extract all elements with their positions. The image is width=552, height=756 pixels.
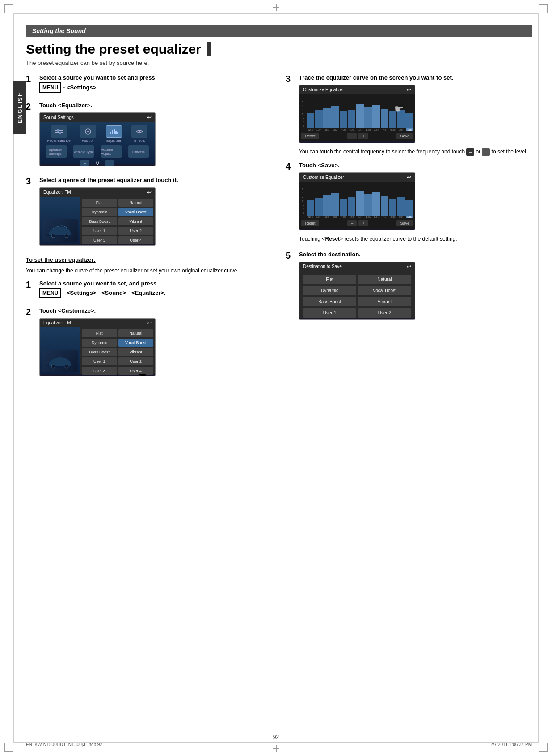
car-image-placeholder-1: [42, 219, 78, 242]
svg-rect-2: [57, 129, 59, 132]
step-5-content: Select the destination. Destination to S…: [299, 250, 532, 324]
step-3-left-content: Select a genre of the preset equalizer a…: [39, 176, 272, 250]
note-1-text: You can touch the central frequency to s…: [299, 149, 465, 155]
reset-btn-2[interactable]: Reset: [301, 220, 319, 226]
crosshair-top: [273, 4, 279, 11]
step-4-content: Touch <Save>. Customize Equalizer ↩ 6420…: [299, 161, 532, 243]
step-3-right: 3 Trace the equalizer curve on the scree…: [286, 73, 532, 156]
eq-right-panel-2: Flat Natural Dynamic Vocal Boost Bass Bo…: [80, 327, 155, 374]
screen-header-3: Equalizer: FM ↩: [40, 319, 155, 327]
eq-btn-user4-2[interactable]: User 4: [118, 367, 154, 375]
svg-rect-1: [55, 132, 63, 133]
eq-btn-natural[interactable]: Natural: [118, 199, 154, 207]
dest-btn-user3[interactable]: User 3: [303, 319, 356, 320]
reset-btn-1[interactable]: Reset: [301, 133, 319, 139]
eq-btn-user1-2[interactable]: User 1: [82, 357, 117, 365]
effects-label: Effects: [134, 139, 145, 143]
footer-file-right: 12/7/2011 1:06:34 PM: [488, 742, 532, 747]
two-column-layout: 1 Select a source you want to set and pr…: [26, 73, 532, 386]
minus-btn-2[interactable]: –: [347, 220, 357, 226]
screen-header-5: Customize Equalizer ↩: [299, 173, 415, 182]
eq-btn-user1[interactable]: User 1: [82, 227, 117, 235]
eq-btn-bass-boost[interactable]: Bass Boost: [82, 217, 117, 225]
speaker-text: SpeakerSettings>: [49, 148, 64, 156]
page-title: Setting the preset equalizer: [26, 42, 532, 57]
dest-btn-user1[interactable]: User 1: [303, 308, 356, 318]
back-arrow-5: ↩: [407, 174, 411, 180]
step-3-right-content: Trace the equalizer curve on the screen …: [299, 73, 532, 156]
inline-plus-btn: +: [482, 148, 490, 156]
eq-btn-bass-boost-2[interactable]: Bass Boost: [82, 348, 117, 356]
sub-step-2: 2 Touch <Customize>. Equalizer: FM ↩: [26, 306, 272, 381]
subsection-body: You can change the curve of the preset e…: [26, 267, 272, 275]
dest-btn-natural[interactable]: Natural: [358, 275, 411, 284]
eq-fm-body-1: Flat Natural Dynamic Vocal Boost Bass Bo…: [40, 197, 155, 244]
svg-rect-7: [112, 130, 113, 134]
eq-fm-screen-2: Equalizer: FM ↩: [39, 318, 156, 376]
minus-btn-1[interactable]: –: [347, 133, 357, 139]
eq-btn-dynamic-2[interactable]: Dynamic: [82, 339, 117, 347]
dest-btn-vibrant[interactable]: Vibrant: [358, 297, 411, 306]
sub-step-2-content: Touch <Customize>. Equalizer: FM ↩: [39, 306, 272, 381]
eq-btn-flat[interactable]: Flat: [82, 199, 117, 207]
back-arrow-4: ↩: [407, 87, 411, 93]
screen-title-2: Equalizer: FM: [43, 190, 71, 195]
eq-left-panel-1: [40, 197, 80, 244]
sound-bottom-row: – 0 +: [43, 160, 152, 166]
sound-settings-screen: Sound Settings ↩ Fader/Balance: [39, 112, 156, 166]
eq-btn-vibrant[interactable]: Vibrant: [118, 217, 154, 225]
sound-icon-effects: Effects: [131, 125, 147, 143]
step-5-num: 5: [286, 250, 295, 324]
sound-settings-body: Fader/Balance Position: [40, 122, 155, 164]
svg-point-15: [65, 234, 68, 238]
inline-minus-btn: –: [466, 148, 474, 156]
footer-file-left: EN_KW-NT500HDT_NT300[J].indb 92: [26, 742, 102, 747]
eq-btn-dynamic[interactable]: Dynamic: [82, 208, 117, 216]
effects-icon-box: [131, 125, 147, 138]
save-btn-1[interactable]: Save: [396, 133, 413, 139]
back-arrow-1: ↩: [147, 114, 152, 120]
corner-mark-br: [539, 743, 548, 752]
eq-btn-user4[interactable]: User 4: [118, 236, 154, 244]
eq-btn-user2-2[interactable]: User 2: [118, 357, 154, 365]
eq-btn-vocal-boost-2[interactable]: Vocal Boost: [118, 339, 154, 347]
corner-mark-bl: [4, 743, 13, 752]
section-header-text: Setting the Sound: [32, 27, 86, 34]
step-4-num: 4: [286, 161, 295, 243]
step-1: 1 Select a source you want to set and pr…: [26, 73, 272, 96]
vol-plus-btn[interactable]: +: [105, 160, 114, 166]
svg-point-11: [139, 131, 140, 132]
corner-mark-tl: [4, 4, 13, 13]
svg-rect-8: [114, 129, 115, 134]
customize-eq-screen-2: Customize Equalizer ↩ 6420-2-4-6: [299, 172, 415, 230]
eq-btn-user2[interactable]: User 2: [118, 227, 154, 235]
eq-btn-natural-2[interactable]: Natural: [118, 329, 154, 337]
screen-title-6: Destination to Save: [303, 264, 342, 269]
dest-btn-flat[interactable]: Flat: [303, 275, 356, 284]
sub-menu-button-label: MENU: [39, 288, 61, 298]
dest-btn-user4[interactable]: User 4: [358, 319, 411, 320]
dest-btn-vocal-boost[interactable]: Vocal Boost: [358, 286, 411, 295]
vol-minus-btn[interactable]: –: [80, 160, 89, 166]
eq-btn-user3[interactable]: User 3: [82, 236, 117, 244]
save-btn-2[interactable]: Save: [396, 220, 413, 226]
dest-btn-bass-boost[interactable]: Bass Boost: [303, 297, 356, 306]
dest-btn-user2[interactable]: User 2: [358, 308, 411, 318]
step-2: 2 Touch <Equalizer>. Sound Settings ↩: [26, 101, 272, 171]
sound-icon-volume: Volume Adjust: [101, 145, 122, 158]
eq-btn-flat-2[interactable]: Flat: [82, 329, 117, 337]
step-3-right-num: 3: [286, 73, 295, 156]
eq-bars-2: [307, 183, 413, 216]
eq-btn-vocal-boost[interactable]: Vocal Boost: [118, 208, 154, 216]
dest-btn-dynamic[interactable]: Dynamic: [303, 286, 356, 295]
eq-btn-user3-2[interactable]: User 3: [82, 367, 117, 375]
eq-label: Equalizer: [106, 139, 121, 143]
sub-step-1-part2: - <Settings> - <Sound> - <Equalizer>.: [63, 289, 166, 296]
eq-btn-vibrant-2[interactable]: Vibrant: [118, 348, 154, 356]
step-5-text: Select the destination.: [299, 250, 532, 259]
customize-eq-body-1: 6420-2-4-6: [299, 94, 415, 141]
customize-eq-screen-1: Customize Equalizer ↩ 6420-2-4-6: [299, 85, 415, 143]
plus-btn-2[interactable]: +: [358, 220, 368, 226]
page-title-text: Setting the preset equalizer: [26, 42, 201, 57]
plus-btn-1[interactable]: +: [358, 133, 368, 139]
